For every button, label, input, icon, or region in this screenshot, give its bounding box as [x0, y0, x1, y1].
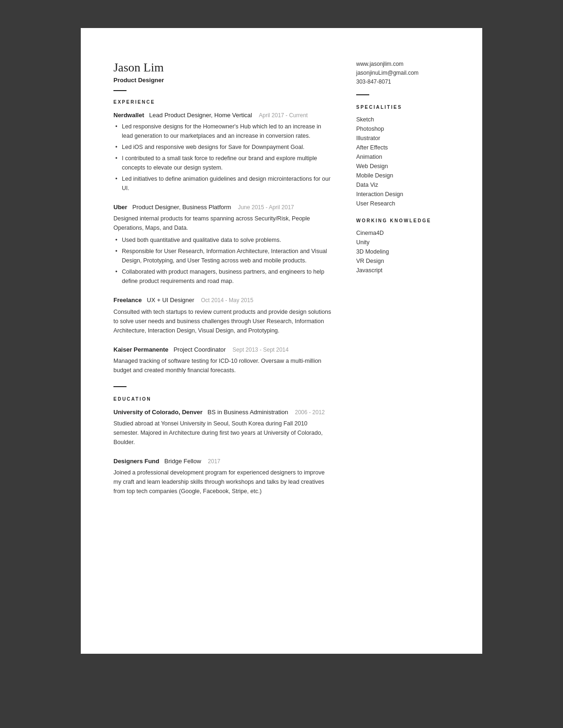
specialities-header: SPECIALITIES [356, 105, 450, 110]
job-kaiser: Kaiser Permanente Project Coordinator Se… [113, 346, 333, 375]
candidate-title: Product Designer [113, 77, 333, 84]
edu-title-line: University of Colorado, Denver BS in Bus… [113, 408, 333, 417]
company-name: Freelance [113, 297, 142, 304]
email: jasonjinuLim@gmail.com [356, 70, 450, 76]
speciality-animation: Animation [356, 154, 450, 160]
speciality-user-research: User Research [356, 200, 450, 207]
education-designers-fund: Designers Fund Bridge Fellow 2017 Joined… [113, 457, 333, 496]
website: www.jasonjlim.com [356, 61, 450, 67]
job-dates: Sept 2013 - Sept 2014 [232, 346, 289, 353]
degree: BS in Business Administration [208, 409, 289, 416]
bullet-item: Led iOS and responsive web designs for S… [113, 142, 333, 152]
edu-dates: 2017 [208, 458, 220, 465]
job-role: UX + UI Designer [147, 297, 195, 304]
specialities-section: SPECIALITIES Sketch Photoshop Illustrato… [356, 105, 450, 207]
speciality-mobile-design: Mobile Design [356, 172, 450, 179]
speciality-data-viz: Data Viz [356, 182, 450, 188]
edu-desc: Joined a professional development progra… [113, 468, 333, 496]
wk-unity: Unity [356, 239, 450, 246]
left-column: Jason Lim Product Designer EXPERIENCE Ne… [113, 61, 356, 621]
edu-desc: Studied abroad at Yonsei University in S… [113, 419, 333, 447]
bullet-item: Led initiatives to define animation guid… [113, 174, 333, 193]
company-name: Uber [113, 204, 127, 211]
resume-paper: Jason Lim Product Designer EXPERIENCE Ne… [81, 28, 482, 654]
job-desc: Consulted with tech startups to review c… [113, 307, 333, 335]
right-divider [356, 94, 369, 95]
school-name: University of Colorado, Denver [113, 409, 203, 416]
job-freelance: Freelance UX + UI Designer Oct 2014 - Ma… [113, 296, 333, 335]
job-desc: Designed internal products for teams spa… [113, 214, 333, 233]
speciality-after-effects: After Effects [356, 144, 450, 151]
wk-3d-modeling: 3D Modeling [356, 248, 450, 255]
job-role: Lead Product Designer, Home Vertical [149, 112, 252, 119]
speciality-photoshop: Photoshop [356, 126, 450, 132]
experience-header: EXPERIENCE [113, 99, 333, 105]
wk-javascript: Javascript [356, 267, 450, 274]
contact-section: www.jasonjlim.com jasonjinuLim@gmail.com… [356, 61, 450, 85]
right-column: www.jasonjlim.com jasonjinuLim@gmail.com… [356, 61, 450, 621]
job-dates: June 2015 - April 2017 [238, 204, 294, 211]
bullet-item: I contributed to a small task force to r… [113, 154, 333, 172]
education-uc-denver: University of Colorado, Denver BS in Bus… [113, 408, 333, 447]
job-uber: Uber Product Designer, Business Platform… [113, 203, 333, 286]
working-knowledge-section: WORKING KNOWLEDGE Cinema4D Unity 3D Mode… [356, 218, 450, 274]
speciality-web-design: Web Design [356, 163, 450, 170]
bullet-item: Collaborated with product managers, busi… [113, 267, 333, 286]
speciality-interaction-design: Interaction Design [356, 191, 450, 198]
edu-dates: 2006 - 2012 [295, 409, 325, 416]
job-bullets: Used both quantitative and qualitative d… [113, 235, 333, 286]
job-title-line: Uber Product Designer, Business Platform… [113, 203, 333, 212]
company-name: Nerdwallet [113, 112, 144, 119]
bullet-item: Used both quantitative and qualitative d… [113, 235, 333, 245]
bullet-item: Responsible for User Research, Informati… [113, 247, 333, 265]
job-role: Project Coordinator [174, 346, 226, 353]
job-dates: April 2017 - Current [259, 112, 308, 119]
education-section: EDUCATION University of Colorado, Denver… [113, 396, 333, 496]
header-divider [113, 90, 127, 91]
company-name: Kaiser Permanente [113, 346, 169, 353]
job-title-line: Nerdwallet Lead Product Designer, Home V… [113, 111, 333, 120]
job-bullets: Led responsive designs for the Homeowner… [113, 122, 333, 193]
working-knowledge-header: WORKING KNOWLEDGE [356, 218, 450, 223]
job-title-line: Kaiser Permanente Project Coordinator Se… [113, 346, 333, 354]
job-desc: Managed tracking of software testing for… [113, 356, 333, 375]
section-divider [113, 386, 127, 387]
wk-cinema4d: Cinema4D [356, 230, 450, 236]
speciality-sketch: Sketch [356, 116, 450, 123]
job-title-line: Freelance UX + UI Designer Oct 2014 - Ma… [113, 296, 333, 304]
bullet-item: Led responsive designs for the Homeowner… [113, 122, 333, 141]
job-nerdwallet: Nerdwallet Lead Product Designer, Home V… [113, 111, 333, 193]
school-name: Designers Fund [113, 458, 159, 465]
degree: Bridge Fellow [164, 458, 201, 465]
phone: 303-847-8071 [356, 78, 450, 85]
resume-header: Jason Lim Product Designer [113, 61, 333, 91]
experience-section: EXPERIENCE Nerdwallet Lead Product Desig… [113, 99, 333, 375]
speciality-illustrator: Illustrator [356, 135, 450, 141]
job-role: Product Designer, Business Platform [132, 204, 231, 211]
education-header: EDUCATION [113, 396, 333, 402]
job-dates: Oct 2014 - May 2015 [201, 297, 253, 304]
edu-title-line: Designers Fund Bridge Fellow 2017 [113, 457, 333, 466]
wk-vr-design: VR Design [356, 258, 450, 264]
candidate-name: Jason Lim [113, 61, 333, 75]
